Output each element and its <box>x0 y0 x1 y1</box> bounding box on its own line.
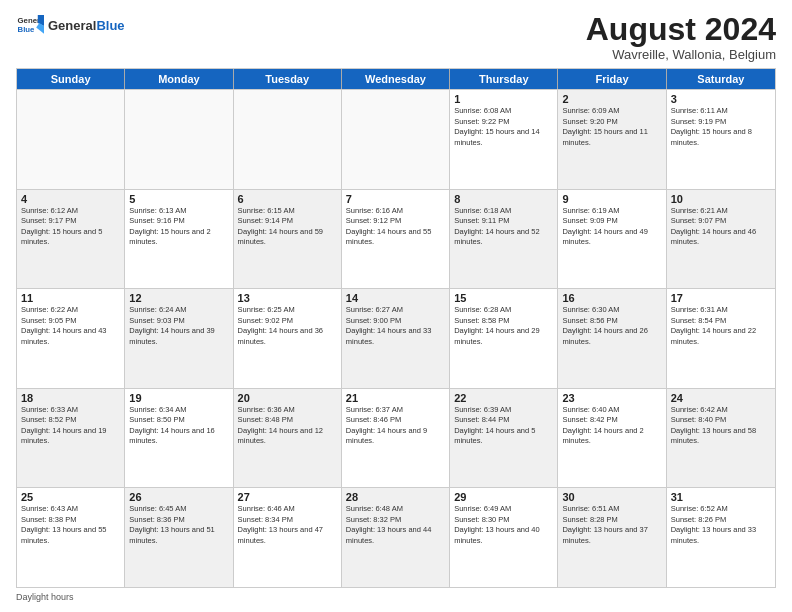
day-number: 16 <box>562 292 661 304</box>
day-number: 6 <box>238 193 337 205</box>
day-cell-27: 27Sunrise: 6:46 AM Sunset: 8:34 PM Dayli… <box>234 488 342 587</box>
day-number: 10 <box>671 193 771 205</box>
cell-info: Sunrise: 6:42 AM Sunset: 8:40 PM Dayligh… <box>671 405 771 447</box>
cell-info: Sunrise: 6:11 AM Sunset: 9:19 PM Dayligh… <box>671 106 771 148</box>
day-number: 27 <box>238 491 337 503</box>
cell-info: Sunrise: 6:48 AM Sunset: 8:32 PM Dayligh… <box>346 504 445 546</box>
day-number: 17 <box>671 292 771 304</box>
day-number: 31 <box>671 491 771 503</box>
day-number: 20 <box>238 392 337 404</box>
cell-info: Sunrise: 6:27 AM Sunset: 9:00 PM Dayligh… <box>346 305 445 347</box>
cell-info: Sunrise: 6:18 AM Sunset: 9:11 PM Dayligh… <box>454 206 553 248</box>
cell-info: Sunrise: 6:12 AM Sunset: 9:17 PM Dayligh… <box>21 206 120 248</box>
day-number: 7 <box>346 193 445 205</box>
empty-cell <box>342 90 450 189</box>
day-cell-12: 12Sunrise: 6:24 AM Sunset: 9:03 PM Dayli… <box>125 289 233 388</box>
cell-info: Sunrise: 6:45 AM Sunset: 8:36 PM Dayligh… <box>129 504 228 546</box>
week-row-4: 18Sunrise: 6:33 AM Sunset: 8:52 PM Dayli… <box>17 388 775 488</box>
day-number: 1 <box>454 93 553 105</box>
day-cell-25: 25Sunrise: 6:43 AM Sunset: 8:38 PM Dayli… <box>17 488 125 587</box>
day-header-monday: Monday <box>125 69 233 89</box>
day-cell-8: 8Sunrise: 6:18 AM Sunset: 9:11 PM Daylig… <box>450 190 558 289</box>
cell-info: Sunrise: 6:36 AM Sunset: 8:48 PM Dayligh… <box>238 405 337 447</box>
day-header-wednesday: Wednesday <box>342 69 450 89</box>
day-cell-23: 23Sunrise: 6:40 AM Sunset: 8:42 PM Dayli… <box>558 389 666 488</box>
day-number: 13 <box>238 292 337 304</box>
day-header-saturday: Saturday <box>667 69 775 89</box>
day-cell-7: 7Sunrise: 6:16 AM Sunset: 9:12 PM Daylig… <box>342 190 450 289</box>
logo: General Blue GeneralBlue <box>16 12 125 40</box>
week-row-5: 25Sunrise: 6:43 AM Sunset: 8:38 PM Dayli… <box>17 487 775 587</box>
day-number: 24 <box>671 392 771 404</box>
day-cell-15: 15Sunrise: 6:28 AM Sunset: 8:58 PM Dayli… <box>450 289 558 388</box>
page-header: General Blue GeneralBlue August 2024 Wav… <box>16 12 776 62</box>
day-cell-14: 14Sunrise: 6:27 AM Sunset: 9:00 PM Dayli… <box>342 289 450 388</box>
day-cell-22: 22Sunrise: 6:39 AM Sunset: 8:44 PM Dayli… <box>450 389 558 488</box>
day-number: 5 <box>129 193 228 205</box>
page-subtitle: Wavreille, Wallonia, Belgium <box>586 47 776 62</box>
cell-info: Sunrise: 6:24 AM Sunset: 9:03 PM Dayligh… <box>129 305 228 347</box>
day-cell-6: 6Sunrise: 6:15 AM Sunset: 9:14 PM Daylig… <box>234 190 342 289</box>
day-cell-26: 26Sunrise: 6:45 AM Sunset: 8:36 PM Dayli… <box>125 488 233 587</box>
cell-info: Sunrise: 6:30 AM Sunset: 8:56 PM Dayligh… <box>562 305 661 347</box>
day-number: 9 <box>562 193 661 205</box>
day-number: 22 <box>454 392 553 404</box>
cell-info: Sunrise: 6:51 AM Sunset: 8:28 PM Dayligh… <box>562 504 661 546</box>
logo-icon: General Blue <box>16 12 44 40</box>
cell-info: Sunrise: 6:28 AM Sunset: 8:58 PM Dayligh… <box>454 305 553 347</box>
cell-info: Sunrise: 6:21 AM Sunset: 9:07 PM Dayligh… <box>671 206 771 248</box>
cell-info: Sunrise: 6:34 AM Sunset: 8:50 PM Dayligh… <box>129 405 228 447</box>
day-cell-16: 16Sunrise: 6:30 AM Sunset: 8:56 PM Dayli… <box>558 289 666 388</box>
empty-cell <box>17 90 125 189</box>
cell-info: Sunrise: 6:52 AM Sunset: 8:26 PM Dayligh… <box>671 504 771 546</box>
day-cell-18: 18Sunrise: 6:33 AM Sunset: 8:52 PM Dayli… <box>17 389 125 488</box>
day-cell-19: 19Sunrise: 6:34 AM Sunset: 8:50 PM Dayli… <box>125 389 233 488</box>
cell-info: Sunrise: 6:33 AM Sunset: 8:52 PM Dayligh… <box>21 405 120 447</box>
cell-info: Sunrise: 6:43 AM Sunset: 8:38 PM Dayligh… <box>21 504 120 546</box>
day-number: 28 <box>346 491 445 503</box>
day-header-friday: Friday <box>558 69 666 89</box>
cell-info: Sunrise: 6:08 AM Sunset: 9:22 PM Dayligh… <box>454 106 553 148</box>
day-number: 14 <box>346 292 445 304</box>
cell-info: Sunrise: 6:15 AM Sunset: 9:14 PM Dayligh… <box>238 206 337 248</box>
day-cell-2: 2Sunrise: 6:09 AM Sunset: 9:20 PM Daylig… <box>558 90 666 189</box>
calendar-body: 1Sunrise: 6:08 AM Sunset: 9:22 PM Daylig… <box>17 89 775 587</box>
logo-blue: Blue <box>96 18 124 33</box>
day-number: 26 <box>129 491 228 503</box>
day-cell-1: 1Sunrise: 6:08 AM Sunset: 9:22 PM Daylig… <box>450 90 558 189</box>
calendar: SundayMondayTuesdayWednesdayThursdayFrid… <box>16 68 776 588</box>
cell-info: Sunrise: 6:40 AM Sunset: 8:42 PM Dayligh… <box>562 405 661 447</box>
day-number: 18 <box>21 392 120 404</box>
day-header-sunday: Sunday <box>17 69 125 89</box>
day-cell-20: 20Sunrise: 6:36 AM Sunset: 8:48 PM Dayli… <box>234 389 342 488</box>
cell-info: Sunrise: 6:31 AM Sunset: 8:54 PM Dayligh… <box>671 305 771 347</box>
page-title: August 2024 <box>586 12 776 47</box>
day-number: 29 <box>454 491 553 503</box>
svg-text:Blue: Blue <box>18 25 36 34</box>
cell-info: Sunrise: 6:13 AM Sunset: 9:16 PM Dayligh… <box>129 206 228 248</box>
day-number: 8 <box>454 193 553 205</box>
day-cell-9: 9Sunrise: 6:19 AM Sunset: 9:09 PM Daylig… <box>558 190 666 289</box>
day-cell-10: 10Sunrise: 6:21 AM Sunset: 9:07 PM Dayli… <box>667 190 775 289</box>
day-number: 30 <box>562 491 661 503</box>
day-number: 2 <box>562 93 661 105</box>
day-number: 23 <box>562 392 661 404</box>
cell-info: Sunrise: 6:09 AM Sunset: 9:20 PM Dayligh… <box>562 106 661 148</box>
cell-info: Sunrise: 6:39 AM Sunset: 8:44 PM Dayligh… <box>454 405 553 447</box>
day-number: 4 <box>21 193 120 205</box>
cell-info: Sunrise: 6:25 AM Sunset: 9:02 PM Dayligh… <box>238 305 337 347</box>
cell-info: Sunrise: 6:22 AM Sunset: 9:05 PM Dayligh… <box>21 305 120 347</box>
calendar-header: SundayMondayTuesdayWednesdayThursdayFrid… <box>17 69 775 89</box>
day-cell-30: 30Sunrise: 6:51 AM Sunset: 8:28 PM Dayli… <box>558 488 666 587</box>
logo-general: General <box>48 18 96 33</box>
title-block: August 2024 Wavreille, Wallonia, Belgium <box>586 12 776 62</box>
day-number: 12 <box>129 292 228 304</box>
day-number: 25 <box>21 491 120 503</box>
day-cell-28: 28Sunrise: 6:48 AM Sunset: 8:32 PM Dayli… <box>342 488 450 587</box>
day-cell-17: 17Sunrise: 6:31 AM Sunset: 8:54 PM Dayli… <box>667 289 775 388</box>
day-cell-21: 21Sunrise: 6:37 AM Sunset: 8:46 PM Dayli… <box>342 389 450 488</box>
day-number: 19 <box>129 392 228 404</box>
cell-info: Sunrise: 6:37 AM Sunset: 8:46 PM Dayligh… <box>346 405 445 447</box>
day-cell-11: 11Sunrise: 6:22 AM Sunset: 9:05 PM Dayli… <box>17 289 125 388</box>
day-header-thursday: Thursday <box>450 69 558 89</box>
